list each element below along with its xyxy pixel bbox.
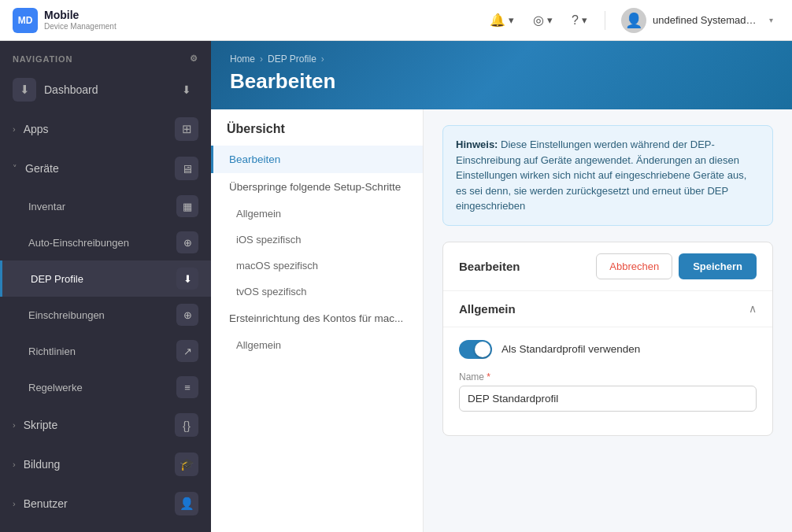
default-profile-toggle[interactable] (459, 340, 492, 359)
left-nav-macos[interactable]: macOS spezifisch (211, 253, 423, 279)
geraete-arrow-icon: ˅ (13, 164, 17, 174)
notice-box: Hinweis: Diese Einstellungen werden währ… (442, 125, 773, 226)
skripte-arrow-icon: › (13, 420, 16, 430)
sidebar-item-inventar[interactable]: Inventar ▦ (0, 188, 211, 224)
sidebar-item-geraete-label: Geräte (25, 162, 59, 175)
left-nav-allgemein2[interactable]: Allgemein (211, 332, 423, 358)
regelwerke-icon: ≡ (176, 376, 198, 398)
sidebar-item-geraete[interactable]: ˅ Geräte 🖥 (0, 149, 211, 188)
notifications-chevron: ▾ (509, 14, 514, 26)
left-panel-title: Übersicht (211, 122, 423, 146)
sidebar-item-bildung-label: Bildung (24, 458, 61, 471)
breadcrumb: Home › DEP Profile › (230, 54, 773, 65)
sidebar-item-inventar-label: Inventar (28, 201, 65, 212)
apps-icon: ⊞ (175, 117, 198, 141)
section-allgemein-header[interactable]: Allgemein ∧ (443, 291, 772, 327)
sidebar-item-bildung[interactable]: › Bildung 🎓 (0, 445, 211, 484)
left-nav-tvos[interactable]: tvOS spezifisch (211, 279, 423, 305)
section-chevron-icon: ∧ (749, 302, 757, 315)
topnav-actions: 🔔 ▾ ◎ ▾ ? ▾ 👤 undefined Systemadmi... ▾ (482, 5, 779, 36)
section-allgemein-title: Allgemein (459, 302, 516, 316)
settings-icon[interactable]: ⚙ (190, 54, 198, 64)
help-button[interactable]: ? ▾ (564, 9, 595, 32)
circle-icon: ◎ (533, 13, 544, 28)
help-icon: ? (572, 13, 579, 28)
dep-profile-icon: ⬇ (176, 268, 198, 290)
card-actions: Abbrechen Speichern (596, 253, 757, 279)
sidebar-nav-label: NAVIGATION ⚙ (0, 41, 211, 70)
sidebar-item-einschreibungen[interactable]: Einschreibungen ⊕ (0, 297, 211, 333)
sidebar: NAVIGATION ⚙ ⬇ Dashboard ⬇ › Apps ⊞ ˅ Ge… (0, 41, 211, 532)
nav-divider (605, 11, 605, 30)
toggle-knob (475, 342, 490, 357)
sidebar-item-auto-einschreibungen[interactable]: Auto-Einschreibungen ⊕ (0, 224, 211, 260)
avatar: 👤 (621, 8, 646, 33)
sidebar-item-einschreibungen-label: Einschreibungen (28, 309, 105, 321)
dashboard-icon: ⬇ (13, 78, 36, 102)
split-content: Übersicht Bearbeiten Überspringe folgend… (211, 109, 792, 532)
left-nav-ueberspringe[interactable]: Überspringe folgende Setup-Schritte (211, 173, 423, 201)
main-layout: NAVIGATION ⚙ ⬇ Dashboard ⬇ › Apps ⊞ ˅ Ge… (0, 41, 792, 532)
sidebar-item-dep-profile-label: DEP Profile (31, 273, 83, 285)
notifications-button[interactable]: 🔔 ▾ (482, 8, 522, 32)
benutzer-icon: 👤 (175, 492, 198, 515)
page-title: Bearbeiten (230, 69, 773, 94)
header-banner: Home › DEP Profile › Bearbeiten (211, 41, 792, 109)
apps-arrow-icon: › (13, 124, 16, 134)
user-chevron-icon: ▾ (769, 16, 773, 24)
bildung-arrow-icon: › (13, 460, 16, 469)
top-navigation: MD Mobile Device Management 🔔 ▾ ◎ ▾ ? ▾ … (0, 0, 792, 41)
logo-main-text: Mobile (44, 9, 117, 21)
skripte-icon: {} (175, 413, 198, 437)
sidebar-item-richtlinien-label: Richtlinien (28, 345, 76, 357)
sidebar-item-dashboard[interactable]: ⬇ Dashboard ⬇ (0, 70, 211, 109)
edit-card: Bearbeiten Abbrechen Speichern Allgemein… (442, 242, 773, 436)
breadcrumb-home[interactable]: Home (230, 54, 255, 65)
notice-prefix: Hinweis: (456, 139, 498, 150)
sidebar-item-dashboard-label: Dashboard (44, 83, 98, 96)
right-panel: Hinweis: Diese Einstellungen werden währ… (424, 109, 792, 532)
notice-text: Diese Einstellungen werden während der D… (456, 139, 746, 212)
circle-chevron: ▾ (547, 14, 553, 26)
sidebar-item-apps[interactable]: › Apps ⊞ (0, 109, 211, 149)
benutzer-arrow-icon: › (13, 499, 16, 508)
breadcrumb-dep-profile[interactable]: DEP Profile (268, 54, 316, 65)
sidebar-item-regelwerke-label: Regelwerke (28, 382, 83, 393)
required-indicator: * (487, 371, 490, 382)
left-nav-bearbeiten[interactable]: Bearbeiten (211, 146, 423, 173)
logo[interactable]: MD Mobile Device Management (13, 8, 117, 33)
toggle-row: Als Standardprofil verwenden (459, 340, 757, 359)
geraete-icon: 🖥 (175, 157, 198, 180)
dashboard-action-icon: ⬇ (175, 78, 198, 102)
sidebar-item-skripte-label: Skripte (24, 419, 58, 431)
left-panel: Übersicht Bearbeiten Überspringe folgend… (211, 109, 424, 532)
card-header-title: Bearbeiten (459, 260, 520, 273)
content-area: Home › DEP Profile › Bearbeiten Übersich… (211, 41, 792, 532)
save-button[interactable]: Speichern (679, 253, 757, 279)
sidebar-item-auto-einschreibungen-label: Auto-Einschreibungen (28, 237, 129, 249)
user-menu[interactable]: 👤 undefined Systemadmi... ▾ (615, 5, 779, 36)
sidebar-item-dep-profile[interactable]: DEP Profile ⬇ (0, 260, 211, 297)
left-nav-allgemein[interactable]: Allgemein (211, 201, 423, 227)
help-chevron: ▾ (582, 14, 587, 26)
section-allgemein-content: Als Standardprofil verwenden Name * (443, 327, 772, 435)
bildung-icon: 🎓 (175, 453, 198, 476)
left-nav-ios[interactable]: iOS spezifisch (211, 227, 423, 253)
sidebar-item-richtlinien[interactable]: Richtlinien ↗ (0, 333, 211, 369)
circle-button[interactable]: ◎ ▾ (525, 8, 561, 32)
sidebar-item-regelwerke[interactable]: Regelwerke ≡ (0, 369, 211, 405)
breadcrumb-sep1: › (260, 54, 263, 65)
left-nav-ersteinrichtung[interactable]: Ersteinrichtung des Kontos für mac... (211, 305, 423, 332)
name-label: Name * (459, 371, 757, 382)
user-name: undefined Systemadmi... (653, 14, 763, 26)
breadcrumb-sep2: › (321, 54, 324, 65)
logo-icon: MD (13, 8, 38, 33)
sidebar-item-skripte[interactable]: › Skripte {} (0, 405, 211, 445)
toggle-label: Als Standardprofil verwenden (501, 343, 640, 355)
cancel-button[interactable]: Abbrechen (596, 253, 672, 279)
bell-icon: 🔔 (490, 13, 505, 28)
richtlinien-icon: ↗ (176, 340, 198, 362)
auto-einschreibungen-icon: ⊕ (176, 231, 198, 253)
sidebar-item-benutzer[interactable]: › Benutzer 👤 (0, 484, 211, 523)
name-input[interactable] (459, 386, 757, 412)
